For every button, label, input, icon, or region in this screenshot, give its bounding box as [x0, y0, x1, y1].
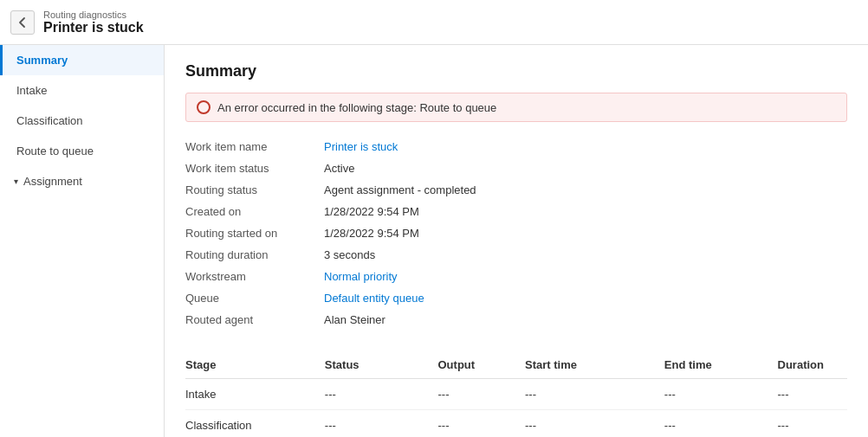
sidebar: Summary Intake Classification Route to q… [0, 45, 165, 437]
field-label-3: Created on [185, 201, 324, 222]
error-banner: An error occurred in the following stage… [185, 93, 847, 122]
header-text: Routing diagnostics Printer is stuck [43, 10, 144, 35]
sidebar-item-route-to-queue[interactable]: Route to queue [0, 136, 164, 166]
content-area: Summary An error occurred in the followi… [165, 45, 868, 437]
table-row: Intake--------------- [185, 379, 847, 410]
sidebar-item-summary[interactable]: Summary [0, 45, 164, 75]
chevron-down-icon: ▾ [14, 177, 18, 186]
field-value-4: 1/28/2022 9:54 PM [324, 222, 847, 244]
back-button[interactable] [10, 10, 35, 35]
diagnostics-table: Stage Status Output Start time End time … [185, 351, 847, 437]
col-header-start: Start time [525, 351, 664, 379]
col-header-end: End time [664, 351, 778, 379]
header-title: Printer is stuck [43, 20, 144, 35]
main-layout: Summary Intake Classification Route to q… [0, 45, 868, 437]
field-label-6: Workstream [185, 266, 324, 287]
col-header-output: Output [438, 351, 526, 379]
field-label-1: Work item status [185, 157, 324, 179]
sidebar-group-label: Assignment [23, 175, 82, 188]
cell-start-0: --- [525, 379, 664, 410]
field-value-7[interactable]: Default entity queue [324, 287, 847, 309]
sidebar-item-classification[interactable]: Classification [0, 106, 164, 136]
field-value-3: 1/28/2022 9:54 PM [324, 201, 847, 222]
cell-end-0: --- [664, 379, 778, 410]
cell-end-1: --- [664, 410, 778, 438]
content-title: Summary [185, 62, 847, 80]
sidebar-item-classification-label: Classification [16, 114, 83, 127]
error-banner-text: An error occurred in the following stage… [217, 101, 496, 114]
field-value-8: Alan Steiner [324, 309, 847, 331]
cell-stage-1: Classification [185, 410, 325, 438]
header-breadcrumb: Routing diagnostics [43, 10, 144, 20]
cell-duration-0: --- [778, 379, 847, 410]
field-label-5: Routing duration [185, 244, 324, 266]
field-label-0: Work item name [185, 136, 324, 157]
sidebar-group-assignment[interactable]: ▾ Assignment [0, 166, 164, 196]
field-value-0[interactable]: Printer is stuck [324, 136, 847, 157]
info-grid: Work item name Printer is stuck Work ite… [185, 136, 847, 331]
col-header-status: Status [325, 351, 438, 379]
sidebar-item-intake-label: Intake [16, 84, 47, 97]
cell-start-1: --- [525, 410, 664, 438]
sidebar-item-intake[interactable]: Intake [0, 75, 164, 106]
error-icon [197, 100, 211, 114]
sidebar-item-summary-label: Summary [16, 54, 68, 67]
cell-status-0: --- [325, 379, 438, 410]
sidebar-item-route-label: Route to queue [16, 145, 94, 157]
cell-status-1: --- [325, 410, 438, 438]
field-value-1: Active [324, 157, 847, 179]
field-label-7: Queue [185, 287, 324, 309]
field-value-6[interactable]: Normal priority [324, 266, 847, 287]
col-header-stage: Stage [185, 351, 325, 379]
cell-output-0: --- [438, 379, 526, 410]
field-label-2: Routing status [185, 179, 324, 201]
field-label-4: Routing started on [185, 222, 324, 244]
cell-output-1: --- [438, 410, 526, 438]
cell-duration-1: --- [778, 410, 847, 438]
col-header-duration: Duration [778, 351, 847, 379]
cell-stage-0: Intake [185, 379, 325, 410]
table-row: Classification--------------- [185, 410, 847, 438]
field-value-2: Agent assignment - completed [324, 179, 847, 201]
field-label-8: Routed agent [185, 309, 324, 331]
header: Routing diagnostics Printer is stuck [0, 0, 868, 45]
field-value-5: 3 seconds [324, 244, 847, 266]
